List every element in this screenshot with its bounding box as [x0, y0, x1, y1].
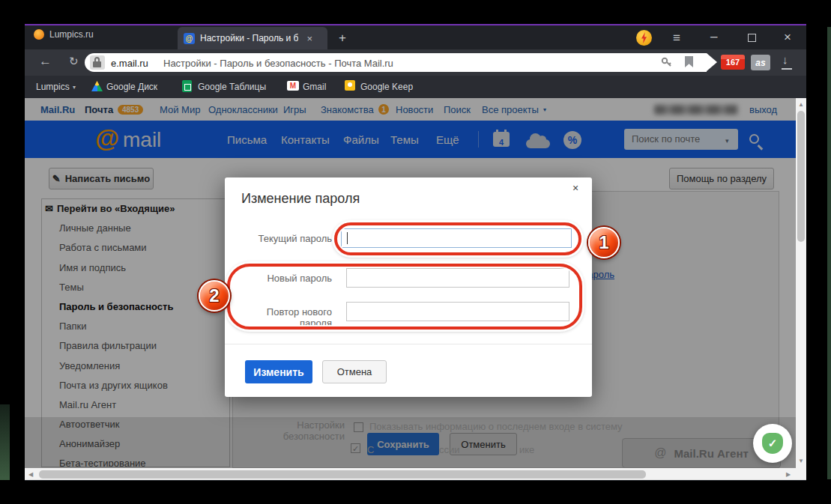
bookmark-google-keep[interactable]: Google Keep [360, 82, 413, 92]
chevron-down-icon: ▾ [73, 84, 76, 91]
download-icon[interactable]: ↓ [782, 54, 788, 65]
google-keep-icon [345, 80, 355, 91]
bookmark-google-drive[interactable]: Google Диск [106, 82, 157, 92]
url-page-title: Настройки - Пароль и безопасность - Почт… [163, 58, 393, 69]
scroll-up-icon[interactable]: ▲ [798, 101, 804, 108]
step-badge-1: 1 [588, 227, 620, 258]
scroll-down-icon[interactable]: ▼ [798, 458, 804, 464]
annotation-oval-2 [227, 264, 582, 330]
bookmark-lumpics[interactable]: Lumpics [36, 82, 70, 92]
lightning-icon [640, 32, 648, 43]
modal-close-icon[interactable]: × [572, 182, 578, 194]
scroll-left-icon[interactable]: ◀ [28, 471, 33, 478]
bottom-dim-overlay [25, 417, 796, 468]
modal-title: Изменение пароля [241, 191, 360, 207]
bookmark-google-sheets[interactable]: Google Таблицы [198, 82, 266, 92]
horizontal-scrollbar-thumb[interactable] [39, 470, 646, 479]
protect-mode-icon[interactable] [636, 30, 652, 46]
address-bar-arrow [707, 53, 717, 71]
close-window-button[interactable]: × [784, 31, 791, 43]
adguard-button[interactable]: ✓ [753, 424, 792, 463]
url-domain[interactable]: e.mail.ru [111, 58, 148, 69]
bookmark-gmail[interactable]: Gmail [303, 82, 326, 92]
tab-lumpics[interactable]: Lumpics.ru [34, 29, 94, 40]
scrobbler-icon[interactable]: as [751, 55, 770, 70]
modal-cancel-label: Отмена [337, 366, 372, 377]
modal-divider [225, 344, 592, 344]
shield-check-icon: ✓ [762, 433, 783, 454]
desktop-edge-right [827, 27, 831, 479]
gmail-icon: M [287, 81, 299, 91]
change-button[interactable]: Изменить [245, 360, 312, 383]
scroll-right-icon[interactable]: ▶ [786, 471, 791, 478]
change-label: Изменить [253, 366, 303, 378]
vertical-scrollbar-thumb[interactable] [797, 111, 805, 242]
mail-favicon-icon: @ [184, 33, 195, 44]
screenshot-stage: Lumpics.ru @ Настройки - Пароль и б × + … [0, 0, 831, 504]
minimize-button[interactable]: – [710, 30, 717, 43]
google-sheets-icon [182, 80, 192, 92]
tab-title: Настройки - Пароль и б [200, 33, 298, 43]
tab-close-icon[interactable]: × [306, 33, 312, 44]
lumpics-favicon-icon [34, 29, 44, 40]
maximize-button[interactable] [748, 34, 756, 42]
lock-body [93, 61, 101, 67]
tab-mail-settings[interactable]: @ Настройки - Пароль и б × [178, 27, 327, 49]
desktop-edge-left [0, 404, 10, 480]
password-key-icon[interactable] [661, 56, 673, 68]
tab-title: Lumpics.ru [49, 29, 94, 40]
step-badge-2: 2 [199, 280, 230, 312]
new-tab-button[interactable]: + [339, 31, 346, 44]
scrollbar-corner [796, 468, 806, 480]
annotation-oval-1 [334, 222, 581, 255]
refresh-icon[interactable]: ↻ [69, 55, 79, 67]
mail-counter-badge[interactable]: 167 [721, 55, 745, 70]
lock-icon[interactable] [90, 55, 105, 70]
menu-button[interactable]: ≡ [673, 31, 680, 44]
modal-cancel-button[interactable]: Отмена [322, 360, 387, 383]
download-underline [782, 68, 792, 70]
back-icon[interactable]: ← [39, 55, 52, 67]
current-password-label: Текущий пароль [235, 233, 332, 244]
